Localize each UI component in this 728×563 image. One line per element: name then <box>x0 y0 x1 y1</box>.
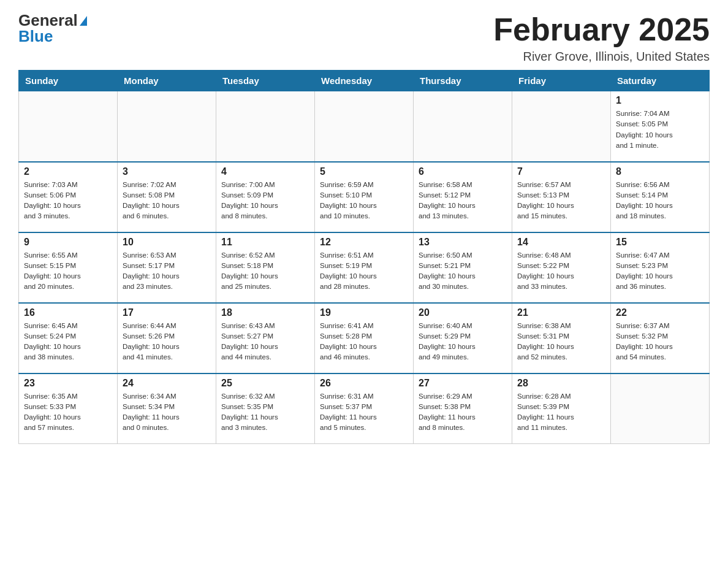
calendar-cell: 19Sunrise: 6:41 AM Sunset: 5:28 PM Dayli… <box>315 303 414 373</box>
day-number: 11 <box>221 237 309 248</box>
calendar-cell <box>315 91 414 162</box>
day-info: Sunrise: 6:43 AM Sunset: 5:27 PM Dayligh… <box>221 321 309 363</box>
weekday-header-friday: Friday <box>512 71 611 91</box>
page-subtitle: River Grove, Illinois, United States <box>493 50 710 64</box>
day-info: Sunrise: 6:59 AM Sunset: 5:10 PM Dayligh… <box>320 180 408 222</box>
calendar-cell: 9Sunrise: 6:55 AM Sunset: 5:15 PM Daylig… <box>19 232 118 303</box>
weekday-header-tuesday: Tuesday <box>216 71 315 91</box>
calendar-cell <box>118 91 216 162</box>
day-number: 20 <box>419 307 507 318</box>
day-info: Sunrise: 6:51 AM Sunset: 5:19 PM Dayligh… <box>320 250 408 293</box>
calendar-cell <box>512 91 611 162</box>
day-info: Sunrise: 7:02 AM Sunset: 5:08 PM Dayligh… <box>123 180 211 222</box>
day-number: 24 <box>123 378 211 389</box>
calendar-cell: 14Sunrise: 6:48 AM Sunset: 5:22 PM Dayli… <box>512 232 611 303</box>
day-info: Sunrise: 6:57 AM Sunset: 5:13 PM Dayligh… <box>517 180 605 222</box>
day-number: 2 <box>24 166 112 177</box>
day-info: Sunrise: 6:35 AM Sunset: 5:33 PM Dayligh… <box>24 391 112 434</box>
day-number: 3 <box>123 166 211 177</box>
day-number: 23 <box>24 378 112 389</box>
day-number: 21 <box>517 307 605 318</box>
calendar-week-row: 23Sunrise: 6:35 AM Sunset: 5:33 PM Dayli… <box>19 373 710 444</box>
day-info: Sunrise: 6:32 AM Sunset: 5:35 PM Dayligh… <box>221 391 309 434</box>
calendar-cell: 21Sunrise: 6:38 AM Sunset: 5:31 PM Dayli… <box>512 303 611 373</box>
day-number: 14 <box>517 237 605 248</box>
calendar-cell <box>414 91 512 162</box>
calendar-week-row: 9Sunrise: 6:55 AM Sunset: 5:15 PM Daylig… <box>19 232 710 303</box>
calendar-cell: 6Sunrise: 6:58 AM Sunset: 5:12 PM Daylig… <box>414 162 512 232</box>
day-info: Sunrise: 6:34 AM Sunset: 5:34 PM Dayligh… <box>123 391 211 434</box>
day-info: Sunrise: 6:56 AM Sunset: 5:14 PM Dayligh… <box>616 180 704 222</box>
day-number: 12 <box>320 237 408 248</box>
day-info: Sunrise: 6:41 AM Sunset: 5:28 PM Dayligh… <box>320 321 408 363</box>
calendar-cell: 1Sunrise: 7:04 AM Sunset: 5:05 PM Daylig… <box>611 91 710 162</box>
day-number: 17 <box>123 307 211 318</box>
day-number: 26 <box>320 378 408 389</box>
calendar-table: SundayMondayTuesdayWednesdayThursdayFrid… <box>18 70 710 444</box>
calendar-cell: 10Sunrise: 6:53 AM Sunset: 5:17 PM Dayli… <box>118 232 216 303</box>
calendar-cell: 7Sunrise: 6:57 AM Sunset: 5:13 PM Daylig… <box>512 162 611 232</box>
day-info: Sunrise: 6:58 AM Sunset: 5:12 PM Dayligh… <box>419 180 507 222</box>
day-number: 5 <box>320 166 408 177</box>
day-number: 8 <box>616 166 704 177</box>
logo-text-blue: Blue <box>18 27 53 45</box>
calendar-cell: 11Sunrise: 6:52 AM Sunset: 5:18 PM Dayli… <box>216 232 315 303</box>
calendar-cell: 28Sunrise: 6:28 AM Sunset: 5:39 PM Dayli… <box>512 373 611 444</box>
day-info: Sunrise: 6:44 AM Sunset: 5:26 PM Dayligh… <box>123 321 211 363</box>
calendar-cell: 2Sunrise: 7:03 AM Sunset: 5:06 PM Daylig… <box>19 162 118 232</box>
day-number: 9 <box>24 237 112 248</box>
logo-text-general: General <box>18 12 78 28</box>
calendar-cell <box>19 91 118 162</box>
title-block: February 2025 River Grove, Illinois, Uni… <box>493 12 710 64</box>
day-info: Sunrise: 7:00 AM Sunset: 5:09 PM Dayligh… <box>221 180 309 222</box>
page-title: February 2025 <box>493 12 710 47</box>
calendar-cell: 25Sunrise: 6:32 AM Sunset: 5:35 PM Dayli… <box>216 373 315 444</box>
day-number: 16 <box>24 307 112 318</box>
day-number: 28 <box>517 378 605 389</box>
weekday-header-saturday: Saturday <box>611 71 710 91</box>
day-info: Sunrise: 7:03 AM Sunset: 5:06 PM Dayligh… <box>24 180 112 222</box>
day-info: Sunrise: 7:04 AM Sunset: 5:05 PM Dayligh… <box>616 109 704 151</box>
calendar-cell: 5Sunrise: 6:59 AM Sunset: 5:10 PM Daylig… <box>315 162 414 232</box>
calendar-cell: 3Sunrise: 7:02 AM Sunset: 5:08 PM Daylig… <box>118 162 216 232</box>
day-number: 27 <box>419 378 507 389</box>
weekday-header-sunday: Sunday <box>19 71 118 91</box>
day-info: Sunrise: 6:40 AM Sunset: 5:29 PM Dayligh… <box>419 321 507 363</box>
calendar-cell: 27Sunrise: 6:29 AM Sunset: 5:38 PM Dayli… <box>414 373 512 444</box>
calendar-cell: 4Sunrise: 7:00 AM Sunset: 5:09 PM Daylig… <box>216 162 315 232</box>
day-number: 6 <box>419 166 507 177</box>
day-number: 13 <box>419 237 507 248</box>
day-info: Sunrise: 6:45 AM Sunset: 5:24 PM Dayligh… <box>24 321 112 363</box>
day-info: Sunrise: 6:52 AM Sunset: 5:18 PM Dayligh… <box>221 250 309 293</box>
day-info: Sunrise: 6:47 AM Sunset: 5:23 PM Dayligh… <box>616 250 704 293</box>
day-info: Sunrise: 6:29 AM Sunset: 5:38 PM Dayligh… <box>419 391 507 434</box>
day-info: Sunrise: 6:37 AM Sunset: 5:32 PM Dayligh… <box>616 321 704 363</box>
day-info: Sunrise: 6:53 AM Sunset: 5:17 PM Dayligh… <box>123 250 211 293</box>
day-number: 18 <box>221 307 309 318</box>
calendar-header-row: SundayMondayTuesdayWednesdayThursdayFrid… <box>19 71 710 91</box>
day-number: 25 <box>221 378 309 389</box>
calendar-cell: 24Sunrise: 6:34 AM Sunset: 5:34 PM Dayli… <box>118 373 216 444</box>
calendar-week-row: 16Sunrise: 6:45 AM Sunset: 5:24 PM Dayli… <box>19 303 710 373</box>
calendar-cell: 18Sunrise: 6:43 AM Sunset: 5:27 PM Dayli… <box>216 303 315 373</box>
calendar-cell <box>216 91 315 162</box>
calendar-cell: 20Sunrise: 6:40 AM Sunset: 5:29 PM Dayli… <box>414 303 512 373</box>
calendar-cell: 15Sunrise: 6:47 AM Sunset: 5:23 PM Dayli… <box>611 232 710 303</box>
day-number: 1 <box>616 95 704 106</box>
page-header: General Blue February 2025 River Grove, … <box>18 12 710 64</box>
calendar-cell: 12Sunrise: 6:51 AM Sunset: 5:19 PM Dayli… <box>315 232 414 303</box>
calendar-cell: 23Sunrise: 6:35 AM Sunset: 5:33 PM Dayli… <box>19 373 118 444</box>
day-info: Sunrise: 6:38 AM Sunset: 5:31 PM Dayligh… <box>517 321 605 363</box>
calendar-cell: 22Sunrise: 6:37 AM Sunset: 5:32 PM Dayli… <box>611 303 710 373</box>
day-info: Sunrise: 6:31 AM Sunset: 5:37 PM Dayligh… <box>320 391 408 434</box>
logo: General Blue <box>18 12 87 44</box>
calendar-cell: 8Sunrise: 6:56 AM Sunset: 5:14 PM Daylig… <box>611 162 710 232</box>
weekday-header-monday: Monday <box>118 71 216 91</box>
day-number: 7 <box>517 166 605 177</box>
calendar-cell: 13Sunrise: 6:50 AM Sunset: 5:21 PM Dayli… <box>414 232 512 303</box>
weekday-header-thursday: Thursday <box>414 71 512 91</box>
day-info: Sunrise: 6:55 AM Sunset: 5:15 PM Dayligh… <box>24 250 112 293</box>
day-info: Sunrise: 6:28 AM Sunset: 5:39 PM Dayligh… <box>517 391 605 434</box>
calendar-cell: 16Sunrise: 6:45 AM Sunset: 5:24 PM Dayli… <box>19 303 118 373</box>
day-number: 4 <box>221 166 309 177</box>
